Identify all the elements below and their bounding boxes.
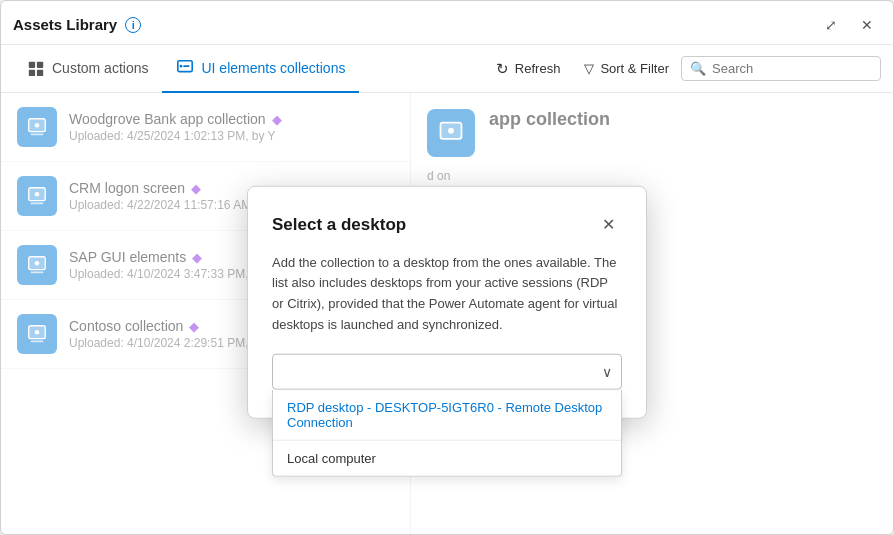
search-box[interactable]: 🔍 [681,56,881,81]
info-icon[interactable]: i [125,17,141,33]
modal-close-button[interactable]: ✕ [594,210,622,238]
tab-bar: Custom actions UI elements collections ↻… [1,45,893,93]
svg-rect-1 [37,61,43,67]
ui-elements-icon [176,59,194,77]
svg-rect-0 [29,61,35,67]
search-icon: 🔍 [690,61,706,76]
search-input[interactable] [712,61,872,76]
refresh-label: Refresh [515,61,561,76]
sort-filter-label: Sort & Filter [600,61,669,76]
refresh-icon: ↻ [496,60,509,78]
title-bar-left: Assets Library i [13,16,141,33]
modal-title: Select a desktop [272,214,406,234]
refresh-button[interactable]: ↻ Refresh [484,54,573,84]
assets-library-window: Assets Library i ⤢ ✕ Custom actions UI e… [0,0,894,535]
desktop-dropdown[interactable] [272,353,622,389]
dropdown-options: RDP desktop - DESKTOP-5IGT6R0 - Remote D… [272,389,622,476]
tab-ui-elements[interactable]: UI elements collections [162,45,359,93]
tab-ui-elements-label: UI elements collections [201,60,345,76]
toolbar: ↻ Refresh ▽ Sort & Filter 🔍 [484,54,881,84]
desktop-dropdown-wrapper: ∨ RDP desktop - DESKTOP-5IGT6R0 - Remote… [272,353,622,389]
dropdown-option-rdp[interactable]: RDP desktop - DESKTOP-5IGT6R0 - Remote D… [273,389,621,439]
modal-description: Add the collection to a desktop from the… [272,252,622,335]
title-bar-right: ⤢ ✕ [817,11,881,39]
modal-header: Select a desktop ✕ [272,210,622,238]
close-button[interactable]: ✕ [853,11,881,39]
svg-rect-3 [37,69,43,75]
filter-icon: ▽ [584,61,594,76]
svg-rect-2 [29,69,35,75]
select-desktop-modal: Select a desktop ✕ Add the collection to… [247,185,647,418]
tab-custom-actions-label: Custom actions [52,60,148,76]
title-bar: Assets Library i ⤢ ✕ [1,1,893,45]
sort-filter-button[interactable]: ▽ Sort & Filter [572,55,681,82]
custom-actions-icon [27,59,45,77]
main-content: Woodgrove Bank app collection ◆ Uploaded… [1,93,893,534]
restore-button[interactable]: ⤢ [817,11,845,39]
svg-point-5 [180,64,183,67]
window-title: Assets Library [13,16,117,33]
dropdown-option-local[interactable]: Local computer [273,440,621,475]
tab-custom-actions[interactable]: Custom actions [13,45,162,93]
svg-rect-6 [184,65,190,67]
